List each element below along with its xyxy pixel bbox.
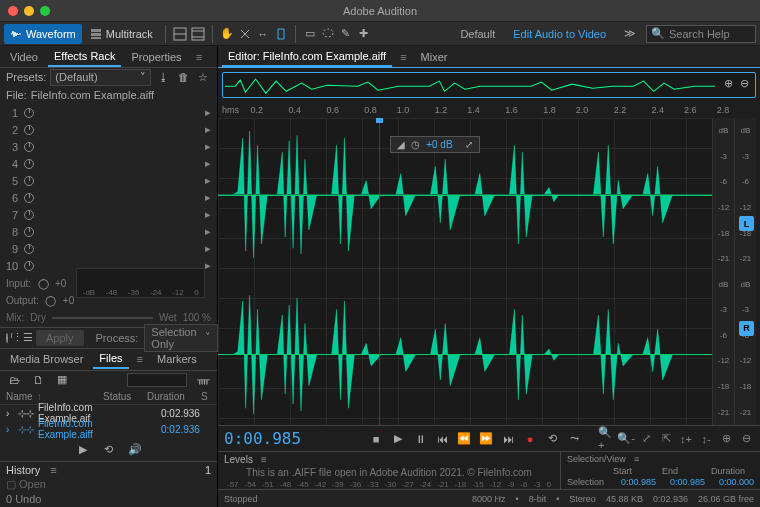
- power-icon[interactable]: [24, 108, 34, 118]
- workspace-edit-av[interactable]: Edit Audio to Video: [505, 28, 614, 40]
- zoom-out-vert-icon[interactable]: ↕-: [698, 431, 714, 447]
- tab-media-browser[interactable]: Media Browser: [4, 350, 89, 368]
- zoom-out-point-icon[interactable]: ⊖: [738, 431, 754, 447]
- insert-into-multitrack-icon[interactable]: ▦: [54, 372, 70, 388]
- workspace-default[interactable]: Default: [452, 28, 503, 40]
- power-icon[interactable]: [24, 142, 34, 152]
- selection-end[interactable]: 0:00.985: [662, 477, 705, 487]
- input-gain-knob[interactable]: ◯: [35, 275, 51, 291]
- time-selection-tool[interactable]: [273, 26, 289, 42]
- tab-mixer[interactable]: Mixer: [415, 48, 454, 66]
- zoom-in-icon[interactable]: 🔍+: [598, 431, 614, 447]
- zoom-in-nav-icon[interactable]: ⊕: [721, 75, 735, 91]
- marquee-tool[interactable]: ▭: [302, 26, 318, 42]
- tab-files[interactable]: Files: [93, 349, 128, 369]
- hand-tool[interactable]: ✋: [219, 26, 235, 42]
- zoom-in-point-icon[interactable]: ⊕: [718, 431, 734, 447]
- power-icon[interactable]: [24, 125, 34, 135]
- loop-preview-button[interactable]: ⟲: [101, 441, 117, 457]
- pitch-display-toggle[interactable]: [190, 26, 206, 42]
- open-file-icon[interactable]: 🗁: [6, 372, 22, 388]
- playhead[interactable]: [379, 118, 380, 425]
- rack-power-icon[interactable]: [6, 333, 8, 343]
- fx-slot[interactable]: 3▸: [0, 138, 217, 155]
- workspace-expand[interactable]: ≫: [616, 27, 644, 40]
- waveform-display[interactable]: ◢ ◷ +0 dB ⤢ dB-3-6 -12-18-21 dB-3-6 -12-…: [218, 118, 756, 425]
- slip-tool[interactable]: ↔: [255, 26, 271, 42]
- rewind-button[interactable]: ⏪: [456, 431, 472, 447]
- tab-effects-rack[interactable]: Effects Rack: [48, 47, 122, 67]
- selection-start[interactable]: 0:00.985: [613, 477, 656, 487]
- delete-preset-icon[interactable]: 🗑: [175, 69, 191, 85]
- selection-duration[interactable]: 0:00.000: [711, 477, 754, 487]
- channel-badge-right[interactable]: R: [739, 321, 754, 336]
- fast-forward-button[interactable]: ⏩: [478, 431, 494, 447]
- zoom-out-icon[interactable]: 🔍-: [618, 431, 634, 447]
- tab-editor[interactable]: Editor: FileInfo.com Example.aiff: [222, 47, 392, 67]
- search-input[interactable]: 🔍 Search Help: [646, 25, 756, 43]
- close-icon[interactable]: [8, 6, 18, 16]
- play-button[interactable]: ▶: [390, 431, 406, 447]
- fx-slot[interactable]: 2▸: [0, 121, 217, 138]
- zoom-in-vert-icon[interactable]: ↕+: [678, 431, 694, 447]
- tab-properties[interactable]: Properties: [125, 48, 187, 66]
- power-icon[interactable]: [24, 210, 34, 220]
- go-to-end-button[interactable]: ⏭: [500, 431, 516, 447]
- save-preset-icon[interactable]: ⭳: [155, 69, 171, 85]
- minimize-icon[interactable]: [24, 6, 34, 16]
- fx-slot[interactable]: 4▸: [0, 155, 217, 172]
- play-preview-button[interactable]: ▶: [75, 441, 91, 457]
- presets-dropdown[interactable]: (Default)˅: [50, 69, 151, 86]
- hud-overlay[interactable]: ◢ ◷ +0 dB ⤢: [390, 136, 479, 153]
- tab-video[interactable]: Video: [4, 48, 44, 66]
- process-dropdown[interactable]: Selection Only˅: [144, 324, 217, 352]
- panel-menu-icon[interactable]: ≡: [257, 454, 271, 465]
- power-icon[interactable]: [24, 176, 34, 186]
- files-search-input[interactable]: [127, 373, 187, 387]
- skip-selection-button[interactable]: ⤳: [566, 431, 582, 447]
- navigator-overview[interactable]: ⊕ ⊖: [222, 72, 756, 98]
- panel-menu-icon[interactable]: ≡: [192, 51, 206, 63]
- go-to-start-button[interactable]: ⏮: [434, 431, 450, 447]
- file-row[interactable]: › ⊹⊹ FileInfo.com Example.aiff 0:02.936: [0, 421, 217, 437]
- new-file-icon[interactable]: 🗋: [30, 372, 46, 388]
- spectral-display-toggle[interactable]: [172, 26, 188, 42]
- loop-button[interactable]: ⟲: [544, 431, 560, 447]
- fx-slot[interactable]: 9▸: [0, 240, 217, 257]
- pause-button[interactable]: ⏸: [412, 431, 428, 447]
- power-icon[interactable]: [24, 244, 34, 254]
- fx-slot[interactable]: 8▸: [0, 223, 217, 240]
- lasso-tool[interactable]: [320, 26, 336, 42]
- record-button[interactable]: ●: [522, 431, 538, 447]
- panel-menu-icon[interactable]: ≡: [396, 51, 410, 63]
- panel-menu-icon[interactable]: ≡: [133, 353, 147, 365]
- autoplay-button[interactable]: 🔊: [127, 441, 143, 457]
- power-icon[interactable]: [24, 193, 34, 203]
- settings-icon[interactable]: ⚙: [756, 110, 760, 126]
- output-gain-knob[interactable]: ◯: [43, 292, 59, 308]
- power-icon[interactable]: [24, 227, 34, 237]
- panel-menu-icon[interactable]: ≡: [46, 464, 60, 476]
- maximize-icon[interactable]: [40, 6, 50, 16]
- timecode-display[interactable]: 0:00.985: [224, 429, 364, 448]
- fx-slot[interactable]: 1▸: [0, 104, 217, 121]
- zoom-out-nav-icon[interactable]: ⊖: [737, 75, 751, 91]
- favorite-preset-icon[interactable]: ☆: [195, 69, 211, 85]
- brush-tool[interactable]: ✎: [338, 26, 354, 42]
- fx-slot[interactable]: 5▸: [0, 172, 217, 189]
- power-icon[interactable]: [24, 261, 34, 271]
- fx-slot[interactable]: 7▸: [0, 206, 217, 223]
- zoom-selection-icon[interactable]: ⇱: [658, 431, 674, 447]
- power-icon[interactable]: [24, 159, 34, 169]
- multitrack-mode-button[interactable]: Multitrack: [84, 24, 159, 44]
- heal-tool[interactable]: ✚: [356, 26, 372, 42]
- stop-button[interactable]: ■: [368, 431, 384, 447]
- pin-hud-icon[interactable]: ⤢: [465, 139, 473, 150]
- tab-markers[interactable]: Markers: [151, 350, 203, 368]
- rack-settings-icon[interactable]: ⋮☰: [14, 330, 30, 346]
- channel-badge-left[interactable]: L: [739, 216, 754, 231]
- time-ruler[interactable]: hms 0.20.4 0.60.8 1.01.2 1.41.6 1.82.0 2…: [218, 102, 760, 118]
- filter-icon[interactable]: ᚄ: [195, 372, 211, 388]
- waveform-mode-button[interactable]: Waveform: [4, 24, 82, 44]
- fx-slot[interactable]: 6▸: [0, 189, 217, 206]
